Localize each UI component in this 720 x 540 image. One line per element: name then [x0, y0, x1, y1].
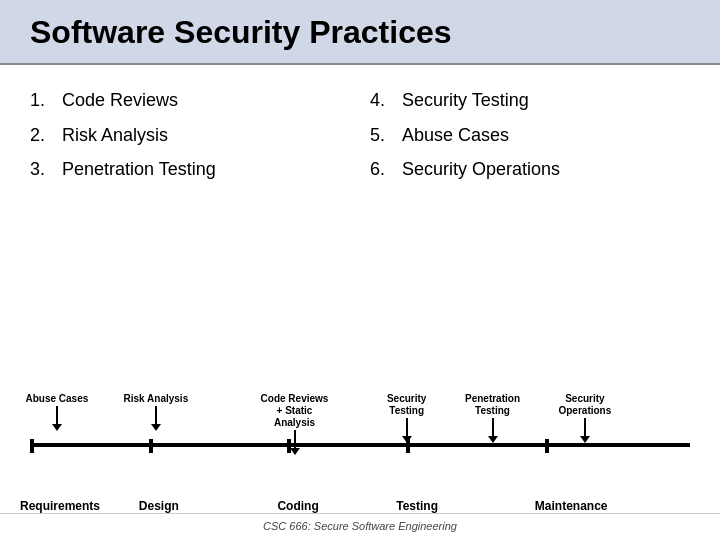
page-title: Software Security Practices — [30, 14, 690, 51]
timeline-section: Abuse CasesRisk AnalysisCode Reviews + S… — [0, 393, 720, 513]
timeline-diagram: Abuse CasesRisk AnalysisCode Reviews + S… — [30, 393, 690, 513]
arrow-head — [52, 424, 62, 431]
arrow-head — [580, 436, 590, 443]
list-text: Penetration Testing — [62, 154, 216, 185]
list-item: 6.Security Operations — [370, 154, 690, 185]
list-text: Abuse Cases — [402, 120, 509, 151]
list-text: Security Testing — [402, 85, 529, 116]
list-item: 4.Security Testing — [370, 85, 690, 116]
arrow-security-operations: Security Operations — [547, 393, 622, 443]
timeline-line — [30, 443, 690, 447]
arrow-shaft — [584, 418, 586, 436]
phase-testing: Testing — [396, 499, 438, 513]
list-text: Risk Analysis — [62, 120, 168, 151]
page: Software Security Practices 1.Code Revie… — [0, 0, 720, 540]
list-item: 2.Risk Analysis — [30, 120, 350, 151]
tick-mark — [149, 439, 153, 453]
list-num: 5. — [370, 120, 394, 151]
arrow-risk-analysis: Risk Analysis — [118, 393, 193, 431]
list-num: 1. — [30, 85, 54, 116]
footer-text: CSC 666: Secure Software Engineering — [263, 520, 457, 532]
arrow-code-reviews: Code Reviews + Static Analysis — [257, 393, 332, 455]
arrow-shaft — [406, 418, 408, 436]
arrow-abuse-cases: Abuse Cases — [19, 393, 94, 431]
tick-mark — [545, 439, 549, 453]
list-left: 1.Code Reviews2.Risk Analysis3.Penetrati… — [30, 85, 350, 383]
tick-mark — [406, 439, 410, 453]
list-item: 3.Penetration Testing — [30, 154, 350, 185]
footer: CSC 666: Secure Software Engineering — [0, 513, 720, 540]
phase-requirements: Requirements — [20, 499, 100, 513]
list-text: Code Reviews — [62, 85, 178, 116]
list-right: 4.Security Testing5.Abuse Cases6.Securit… — [370, 85, 690, 383]
phase-design: Design — [139, 499, 179, 513]
phase-coding: Coding — [277, 499, 318, 513]
list-item: 1.Code Reviews — [30, 85, 350, 116]
list-num: 6. — [370, 154, 394, 185]
list-item: 5.Abuse Cases — [370, 120, 690, 151]
phase-maintenance: Maintenance — [535, 499, 608, 513]
arrow-label: Security Testing — [369, 393, 444, 417]
list-text: Security Operations — [402, 154, 560, 185]
arrow-shaft — [492, 418, 494, 436]
list-num: 2. — [30, 120, 54, 151]
list-num: 4. — [370, 85, 394, 116]
arrow-penetration-testing: Penetration Testing — [455, 393, 530, 443]
arrow-label: Code Reviews + Static Analysis — [257, 393, 332, 429]
arrow-head — [151, 424, 161, 431]
list-num: 3. — [30, 154, 54, 185]
tick-mark — [30, 439, 34, 453]
tick-mark — [287, 439, 291, 453]
content-area: 1.Code Reviews2.Risk Analysis3.Penetrati… — [0, 65, 720, 393]
arrow-shaft — [155, 406, 157, 424]
arrow-label: Risk Analysis — [118, 393, 193, 405]
header: Software Security Practices — [0, 0, 720, 65]
arrow-shaft — [56, 406, 58, 424]
arrow-head — [488, 436, 498, 443]
arrow-shaft — [294, 430, 296, 448]
arrow-label: Security Operations — [547, 393, 622, 417]
arrow-label: Penetration Testing — [455, 393, 530, 417]
arrow-security-testing: Security Testing — [369, 393, 444, 443]
arrow-label: Abuse Cases — [19, 393, 94, 405]
